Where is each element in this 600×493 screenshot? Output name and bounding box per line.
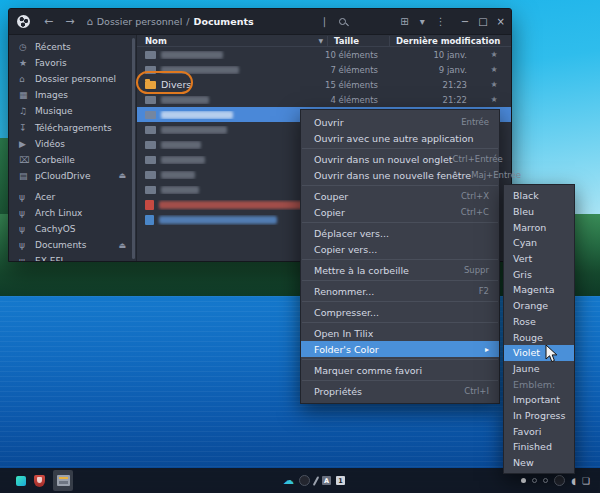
menu-item-label: Copier vers... [314,244,377,255]
menu-item-copier[interactable]: CopierCtrl+C [301,204,499,220]
menu-item-propri-t-s[interactable]: PropriétésCtrl+I [301,383,499,399]
menu-item-marquer-comme-favori[interactable]: Marquer comme favori [301,362,499,378]
column-header-size[interactable]: Taille [328,36,390,46]
submenu-item-favori[interactable]: Favori [504,423,574,439]
menu-item-mettre-la-corbeille[interactable]: Mettre à la corbeilleSuppr [301,262,499,278]
sidebar-item-vid-os[interactable]: ▶Vidéos [9,136,136,152]
sidebar-item-musique[interactable]: ♫Musique [9,103,136,119]
mouse-cursor [545,345,558,363]
menu-item-compresser[interactable]: Compresser... [301,304,499,320]
sidebar-item-favoris[interactable]: ★Favoris [9,55,136,71]
split-view-icon[interactable]: ❘ [320,16,328,27]
volume-tray-icon[interactable]: ◖ [571,476,576,486]
workspace-dot-active[interactable] [521,478,526,483]
sidebar-item-label: Récents [35,42,71,52]
view-caret-icon[interactable]: ▾ [420,16,425,27]
close-button[interactable]: × [497,16,505,27]
eject-icon[interactable]: ⏏ [118,171,126,180]
submenu-item-vert[interactable]: Vert [504,251,574,267]
workspace-dot[interactable] [532,478,537,483]
sidebar-item-t-l-chargements[interactable]: ↧Téléchargements [9,119,136,135]
submenu-item-gris[interactable]: Gris [504,266,574,282]
clock-tray-icon[interactable] [554,475,565,486]
breadcrumb-prefix[interactable]: Dossier personnel [97,16,183,27]
favorite-star-icon[interactable]: ★ [477,50,511,59]
shield-app-icon[interactable] [34,475,45,487]
chat-tray-icon[interactable]: ❏ [582,476,590,486]
menu-item-renommer[interactable]: Renommer...F2 [301,283,499,299]
sidebar-item-arch-linux[interactable]: ψArch Linux [9,205,136,221]
view-grid-icon[interactable]: ⊞ [400,16,408,27]
sidebar-item-images[interactable]: ▦Images [9,87,136,103]
back-button[interactable]: ← [38,15,59,28]
menu-item-ouvrir[interactable]: OuvrirEntrée [301,114,499,130]
submenu-item-cyan[interactable]: Cyan [504,235,574,251]
workspace-dot[interactable] [543,478,548,483]
submenu-item-black[interactable]: Black [504,188,574,204]
submenu-item-label: Important [513,394,560,405]
sidebar-item-ex-efi[interactable]: ψEX EFI [9,253,136,262]
file-row[interactable]: 7 éléments9 janv.★ [137,62,511,77]
sidebar-item-acer[interactable]: ψAcer [9,189,136,205]
submenu-item-in-progress[interactable]: In Progress [504,408,574,424]
menu-item-copier-vers[interactable]: Copier vers... [301,241,499,257]
sidebar: ◷Récents★Favoris⌂Dossier personnel▦Image… [9,35,137,262]
menu-shortcut: Entrée [461,117,489,127]
submenu-item-rouge[interactable]: Rouge [504,329,574,345]
column-header-modified[interactable]: Dernière modification [390,36,511,46]
sidebar-item-r-cents[interactable]: ◷Récents [9,39,136,55]
menu-item-ouvrir-dans-un-nouvel-onglet[interactable]: Ouvrir dans un nouvel ongletCtrl+Entrée [301,151,499,167]
favorite-star-icon[interactable]: ★ [477,65,511,74]
submenu-item-finished[interactable]: Finished [504,439,574,455]
settings-tray-icon[interactable] [299,475,310,486]
submenu-item-bleu[interactable]: Bleu [504,204,574,220]
submenu-item-violet[interactable]: Violet [504,345,574,361]
sidebar-item-cachyos[interactable]: ψCachyOS [9,221,136,237]
sidebar-item-corbeille[interactable]: ⌧Corbeille [9,152,136,168]
file-row-divers[interactable]: Divers15 éléments21:23★ [137,77,511,92]
menu-item-ouvrir-dans-une-nouvelle-fen-tre[interactable]: Ouvrir dans une nouvelle fenêtreMaj+Entr… [301,167,499,183]
menu-kebab-icon[interactable]: ⋮ [436,16,446,27]
menu-item-d-placer-vers[interactable]: Déplacer vers... [301,225,499,241]
sidebar-scrollbar[interactable] [132,38,135,259]
column-header-name[interactable]: Nom ▼ [137,36,328,46]
menu-separator [302,359,498,360]
keyboard-layout-badge[interactable]: A [322,476,331,485]
search-icon[interactable] [339,18,346,25]
cloud-tray-icon[interactable]: ☁ [283,474,294,487]
file-row[interactable]: 4 éléments21:22★ [137,92,511,107]
breadcrumb[interactable]: ⌂ Dossier personnel / Documents [86,16,253,27]
blurred-file-name [161,171,195,179]
minimize-button[interactable]: − [461,16,469,27]
eject-icon[interactable]: ⏏ [118,241,126,250]
file-row[interactable]: 10 éléments10 janv.★ [137,47,511,62]
submenu-item-rose[interactable]: Rose [504,314,574,330]
menu-item-couper[interactable]: CouperCtrl+X [301,188,499,204]
submenu-item-jaune[interactable]: Jaune [504,361,574,377]
notification-count-badge[interactable]: 1 [336,476,345,485]
taskbar-active-filemanager[interactable] [53,470,73,491]
submenu-item-marron[interactable]: Marron [504,219,574,235]
sidebar-item-label: Acer [35,192,55,202]
menu-separator [302,222,498,223]
favorite-star-icon[interactable]: ★ [477,80,511,89]
submenu-item-orange[interactable]: Orange [504,298,574,314]
sidebar-item-documents[interactable]: ψDocuments⏏ [9,237,136,253]
submenu-item-new[interactable]: New [504,455,574,471]
forward-button[interactable]: → [59,15,80,28]
clipboard-tray-icon[interactable] [313,476,319,486]
app-launcher-icon[interactable] [16,476,26,486]
folder-icon [145,66,156,74]
file-modified: 9 janv. [382,65,477,75]
menu-item-folder-s-color[interactable]: Folder's Color▸ [301,341,499,357]
sidebar-item-dossier-personnel[interactable]: ⌂Dossier personnel [9,71,136,87]
menu-item-ouvrir-avec-une-autre-application[interactable]: Ouvrir avec une autre application [301,130,499,146]
sidebar-item-pclouddrive[interactable]: ▤pCloudDrive⏏ [9,168,136,184]
favorite-star-icon[interactable]: ★ [477,95,511,104]
titlebar[interactable]: ← → ⌂ Dossier personnel / Documents ❘ ⊞ … [9,9,511,35]
breadcrumb-current[interactable]: Documents [194,16,254,27]
maximize-button[interactable]: □ [478,16,487,27]
submenu-item-magenta[interactable]: Magenta [504,282,574,298]
menu-item-open-in-tilix[interactable]: Open In Tilix [301,325,499,341]
submenu-item-important[interactable]: Important [504,392,574,408]
